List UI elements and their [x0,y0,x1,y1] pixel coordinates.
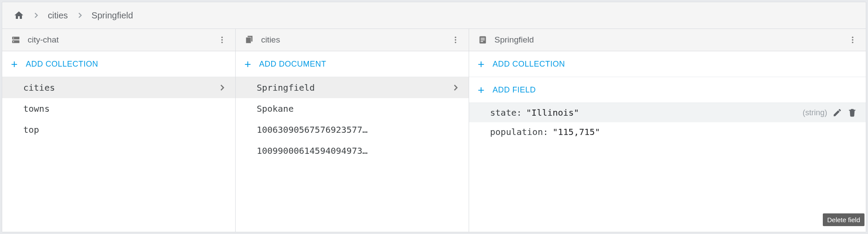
tooltip: Delete field [823,213,864,226]
panel-title: Springfield [495,35,841,45]
plus-icon: + [11,58,18,70]
item-label: top [23,124,226,135]
breadcrumb-item[interactable]: Springfield [92,11,133,21]
document-panel: Springfield + ADD COLLECTION + ADD FIELD… [469,29,866,232]
chevron-right-icon [218,83,226,92]
field-list: state "Illinois" (string) population [469,103,866,232]
panel-header: cities [236,29,469,51]
plus-icon: + [478,58,485,70]
add-label: ADD FIELD [492,85,536,95]
delete-icon[interactable] [847,108,857,117]
svg-point-4 [221,37,222,38]
item-label: Spokane [257,103,460,114]
database-panel: city-chat + ADD COLLECTION cities towns [2,29,236,232]
panel-title: city-chat [28,35,211,45]
field-row[interactable]: population "115,715" [469,122,866,142]
breadcrumb: cities Springfield [2,2,866,29]
panel-title: cities [261,35,444,45]
svg-point-9 [455,42,456,43]
add-field-button[interactable]: + ADD FIELD [469,77,866,103]
add-document-button[interactable]: + ADD DOCUMENT [236,51,469,77]
svg-point-5 [221,39,222,40]
field-row[interactable]: state "Illinois" (string) [469,103,866,122]
plus-icon: + [244,58,251,70]
collection-icon [244,35,254,45]
collection-panel: cities + ADD DOCUMENT Springfield Spokan… [236,29,469,232]
panel-header: Springfield [469,29,866,51]
add-label: ADD DOCUMENT [259,60,326,69]
field-value: "Illinois" [526,107,579,118]
document-list: Springfield Spokane 10063090567576923577… [236,77,469,232]
more-menu-icon[interactable] [218,35,226,44]
breadcrumb-item[interactable]: cities [48,11,68,21]
document-item[interactable]: Springfield [236,77,469,98]
item-label: cities [23,82,218,93]
item-label: Springfield [257,82,451,93]
svg-point-8 [455,39,456,40]
document-item[interactable]: 10063090567576923577… [236,119,469,140]
chevron-right-icon [76,11,84,19]
item-label: 10063090567576923577… [257,124,460,135]
document-item[interactable]: 10099000614594094973… [236,140,469,161]
field-key: state [490,107,524,118]
svg-rect-11 [481,38,484,39]
edit-icon[interactable] [832,108,842,117]
svg-point-14 [852,37,853,38]
field-actions: (string) [803,108,857,117]
svg-rect-13 [481,41,483,42]
document-item[interactable]: Spokane [236,98,469,119]
field-key: population [490,127,551,137]
add-collection-button[interactable]: + ADD COLLECTION [2,51,235,77]
svg-point-16 [852,42,853,43]
add-label: ADD COLLECTION [492,60,565,69]
svg-point-3 [13,41,14,42]
more-menu-icon[interactable] [451,35,460,44]
add-collection-button[interactable]: + ADD COLLECTION [469,51,866,77]
item-label: towns [23,103,226,114]
plus-icon: + [478,84,485,96]
database-icon [11,35,21,45]
chevron-right-icon [32,11,40,19]
home-icon[interactable] [14,10,24,21]
panel-header: city-chat [2,29,235,51]
svg-point-2 [13,38,14,39]
item-label: 10099000614594094973… [257,145,460,156]
more-menu-icon[interactable] [848,35,857,44]
field-value: "115,715" [552,127,600,137]
svg-point-15 [852,39,853,40]
collection-list: cities towns top [2,77,235,232]
svg-rect-12 [481,39,484,40]
add-label: ADD COLLECTION [26,60,98,69]
svg-point-7 [455,37,456,38]
collection-item[interactable]: cities [2,77,235,98]
svg-point-6 [221,42,222,43]
collection-item[interactable]: towns [2,98,235,119]
chevron-right-icon [451,83,460,92]
collection-item[interactable]: top [2,119,235,140]
field-type: (string) [803,108,827,117]
document-icon [478,35,488,45]
